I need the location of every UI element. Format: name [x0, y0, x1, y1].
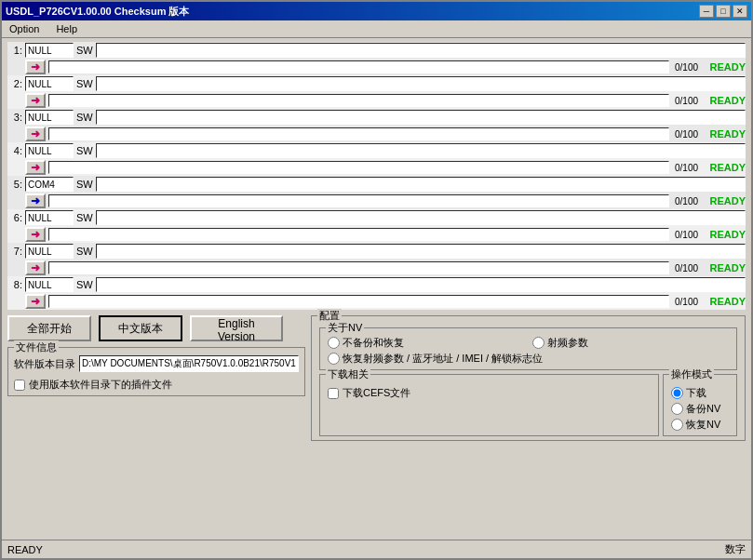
row-num-3: 3:: [7, 112, 22, 123]
menu-option[interactable]: Option: [6, 22, 43, 35]
progress-text-4: 0/100: [675, 163, 703, 173]
radio-restore-nv-input[interactable]: [671, 419, 683, 431]
ready-label-4: READY: [708, 162, 746, 173]
device-row-progress-7: ➜ 0/100 READY: [7, 260, 746, 276]
row-num-6: 6:: [7, 212, 22, 223]
arrow-button-2[interactable]: ➜: [25, 93, 46, 108]
device-row-progress-2: ➜ 0/100 READY: [7, 92, 746, 109]
device-row-top-6: 6: SW: [7, 209, 746, 226]
device-rows-container: 1: SW ➜ 0/100 READY 2: SW ➜ 0/100 READY …: [7, 42, 746, 310]
sw-field-4[interactable]: [96, 143, 746, 158]
close-button[interactable]: ✕: [733, 5, 747, 18]
arrow-button-6[interactable]: ➜: [25, 227, 46, 242]
radio-rf-params-input[interactable]: [532, 337, 545, 349]
device-row-progress-1: ➜ 0/100 READY: [7, 59, 746, 75]
sw-field-7[interactable]: [96, 244, 746, 259]
arrow-button-1[interactable]: ➜: [25, 60, 46, 74]
about-nv-label: 关于NV: [326, 321, 364, 335]
sw-field-5[interactable]: [96, 177, 746, 192]
row-num-1: 1:: [7, 45, 22, 56]
sw-field-3[interactable]: [96, 110, 746, 125]
window-title: USDL_P726CV1.00.00 Checksum 版本: [6, 5, 189, 19]
null-field-8[interactable]: [25, 277, 74, 292]
title-bar: USDL_P726CV1.00.00 Checksum 版本 ─ □ ✕: [2, 2, 751, 20]
progress-text-3: 0/100: [675, 129, 703, 140]
bottom-panels: 下载相关 下载CEFS文件 操作模式: [319, 374, 737, 436]
radio-download-input[interactable]: [671, 387, 683, 399]
radio-backup-nv: 备份NV: [671, 402, 729, 416]
row-num-4: 4:: [7, 145, 22, 156]
sw-field-6[interactable]: [96, 210, 746, 225]
arrow-button-3[interactable]: ➜: [25, 127, 46, 141]
about-nv-radios: 不备份和恢复 射频参数 恢复射频参数 / 蓝牙地址 / IMEI / 解锁标志位: [328, 336, 729, 366]
start-all-button[interactable]: 全部开始: [7, 315, 91, 341]
device-row-top-8: 8: SW: [7, 276, 746, 293]
sw-label-4: SW: [76, 145, 93, 156]
device-row-top-3: 3: SW: [7, 109, 746, 126]
radio-restore-all: 恢复射频参数 / 蓝牙地址 / IMEI / 解锁标志位: [328, 352, 729, 366]
radio-restore-nv-label: 恢复NV: [686, 418, 720, 432]
null-field-7[interactable]: [25, 244, 74, 259]
radio-restore-all-input[interactable]: [328, 353, 340, 365]
arrow-button-8[interactable]: ➜: [25, 294, 46, 309]
sw-label-3: SW: [76, 112, 93, 123]
sw-field-1[interactable]: [96, 43, 746, 58]
arrow-button-7[interactable]: ➜: [25, 260, 46, 275]
progress-bar-5: [48, 194, 669, 207]
null-field-2[interactable]: [25, 76, 74, 91]
radio-rf-params-label: 射频参数: [547, 336, 588, 350]
maximize-button[interactable]: □: [716, 5, 731, 18]
minimize-button[interactable]: ─: [699, 5, 714, 18]
progress-text-6: 0/100: [675, 230, 703, 240]
device-row-progress-5: ➜ 0/100 READY: [7, 193, 746, 209]
null-field-4[interactable]: [25, 143, 74, 158]
ready-label-2: READY: [708, 95, 746, 106]
null-field-1[interactable]: [25, 43, 74, 58]
sw-label-6: SW: [76, 212, 93, 223]
arrow-icon-5: ➜: [31, 194, 40, 207]
file-path-input[interactable]: [79, 355, 299, 372]
cefs-checkbox[interactable]: [328, 388, 339, 399]
status-left: READY: [7, 544, 43, 555]
menu-help[interactable]: Help: [52, 22, 81, 35]
menu-bar: Option Help: [2, 20, 751, 38]
device-row-progress-8: ➜ 0/100 READY: [7, 293, 746, 310]
radio-download-label: 下载: [686, 386, 706, 400]
radio-restore-nv: 恢复NV: [671, 418, 729, 432]
cefs-checkbox-label: 下载CEFS文件: [343, 386, 410, 400]
progress-bar-6: [48, 228, 669, 241]
arrow-icon-7: ➜: [31, 261, 40, 274]
download-related-label: 下载相关: [326, 367, 370, 381]
null-field-5[interactable]: [25, 177, 74, 192]
arrow-icon-4: ➜: [31, 161, 40, 174]
ready-label-1: READY: [708, 61, 746, 73]
plugin-checkbox[interactable]: [14, 380, 25, 391]
arrow-button-5[interactable]: ➜: [25, 193, 46, 208]
radio-backup-nv-input[interactable]: [671, 403, 683, 415]
progress-bar-1: [48, 60, 669, 73]
ops-radios: 下载 备份NV 恢复NV: [671, 386, 729, 432]
right-panel: 配置 关于NV 不备份和恢复 射频参数: [311, 315, 746, 441]
arrow-icon-6: ➜: [31, 228, 40, 241]
progress-bar-4: [48, 161, 669, 174]
progress-text-8: 0/100: [675, 297, 703, 307]
ops-label: 操作模式: [669, 367, 714, 381]
english-version-button[interactable]: English Version: [190, 315, 283, 341]
radio-rf-params: 射频参数: [532, 336, 730, 350]
sw-field-8[interactable]: [96, 277, 746, 292]
radio-no-backup-input[interactable]: [328, 337, 340, 349]
progress-bar-8: [48, 295, 669, 308]
chinese-version-button[interactable]: 中文版本: [99, 315, 182, 341]
progress-bar-7: [48, 261, 669, 274]
arrow-button-4[interactable]: ➜: [25, 160, 46, 175]
config-group: 配置 关于NV 不备份和恢复 射频参数: [311, 315, 746, 441]
file-path-row: 软件版本目录: [14, 355, 299, 372]
ready-label-6: READY: [708, 229, 746, 240]
sw-field-2[interactable]: [96, 76, 746, 91]
device-row-top-4: 4: SW: [7, 142, 746, 159]
radio-no-backup-label: 不备份和恢复: [343, 336, 404, 350]
null-field-3[interactable]: [25, 110, 74, 125]
title-bar-buttons: ─ □ ✕: [699, 5, 747, 18]
device-row-progress-6: ➜ 0/100 READY: [7, 226, 746, 243]
null-field-6[interactable]: [25, 210, 74, 225]
